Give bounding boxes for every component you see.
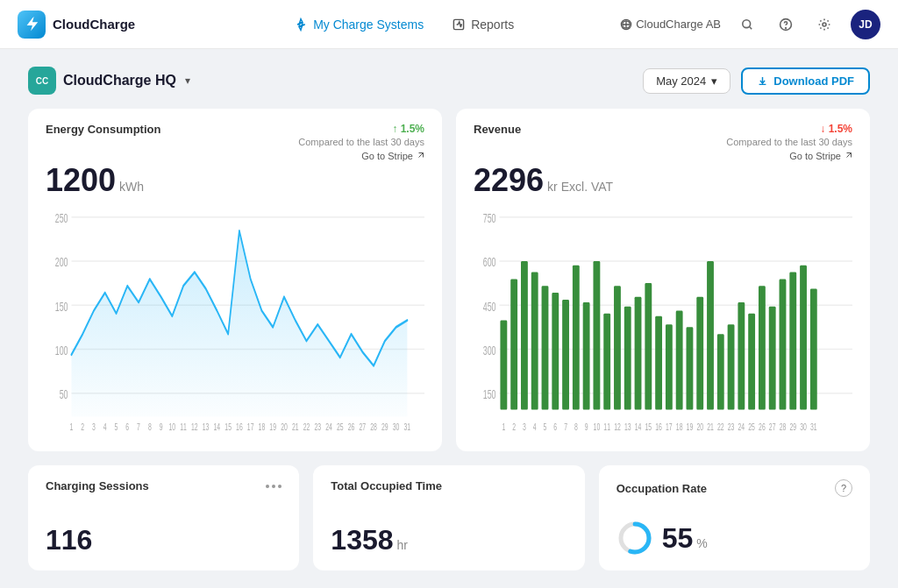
svg-rect-85: [780, 279, 787, 409]
svg-text:23: 23: [728, 422, 735, 433]
occupied-header: Total Occupied Time: [331, 479, 567, 492]
svg-text:3: 3: [523, 422, 526, 433]
svg-rect-60: [521, 261, 528, 410]
svg-rect-77: [696, 297, 703, 410]
svg-text:26: 26: [759, 422, 766, 433]
svg-rect-86: [789, 273, 796, 410]
svg-rect-65: [573, 266, 580, 410]
nav-org: CloudCharge AB: [620, 18, 721, 31]
svg-text:22: 22: [303, 422, 310, 433]
date-chevron-icon: ▾: [711, 74, 717, 88]
svg-text:7: 7: [137, 422, 140, 433]
svg-text:4: 4: [103, 422, 107, 433]
svg-text:13: 13: [203, 422, 210, 433]
svg-text:50: 50: [60, 387, 68, 401]
svg-rect-72: [645, 283, 652, 409]
dot1: [266, 485, 269, 488]
page-header: CC CloudCharge HQ ▾ May 2024 ▾ Download …: [28, 67, 870, 95]
org-name: CloudCharge HQ: [63, 73, 176, 89]
svg-text:16: 16: [655, 422, 662, 433]
svg-text:9: 9: [585, 422, 588, 433]
occupation-value: 55: [662, 522, 694, 555]
logo-text: CloudCharge: [53, 17, 135, 32]
download-label: Download PDF: [773, 74, 854, 88]
sessions-menu-button[interactable]: [266, 485, 282, 488]
download-pdf-button[interactable]: Download PDF: [741, 67, 870, 95]
nav-reports-label: Reports: [471, 18, 514, 32]
svg-text:21: 21: [707, 422, 714, 433]
svg-rect-66: [583, 302, 590, 410]
svg-rect-81: [738, 302, 745, 410]
energy-card-top: Energy Consumption ↑ 1.5% Compared to th…: [46, 123, 424, 161]
user-avatar[interactable]: JD: [851, 10, 880, 39]
energy-stripe-link[interactable]: Go to Stripe: [361, 151, 424, 161]
svg-text:20: 20: [696, 422, 703, 433]
svg-text:19: 19: [687, 422, 694, 433]
dot2: [272, 485, 275, 488]
svg-text:6: 6: [553, 422, 557, 433]
svg-text:17: 17: [666, 422, 673, 433]
occupied-value-row: 1358 hr: [331, 524, 567, 556]
dot3: [278, 485, 282, 488]
occupation-help-button[interactable]: ?: [835, 479, 852, 497]
nav-my-charge-systems[interactable]: My Charge Systems: [294, 18, 424, 32]
logo[interactable]: CloudCharge: [18, 11, 135, 39]
svg-rect-88: [810, 288, 817, 409]
svg-rect-74: [666, 324, 673, 409]
svg-point-3: [743, 19, 751, 27]
energy-value: 1200: [46, 165, 116, 196]
settings-button[interactable]: [812, 12, 837, 37]
occupation-donut-chart: [616, 520, 653, 556]
revenue-unit: kr: [547, 180, 558, 194]
svg-rect-63: [552, 293, 559, 410]
svg-text:15: 15: [645, 422, 652, 433]
help-button[interactable]: [773, 12, 798, 37]
svg-text:5: 5: [115, 422, 118, 433]
revenue-change: ↓ 1.5%: [820, 123, 852, 135]
energy-value-row: 1200 kWh: [46, 165, 424, 196]
occupation-value-row: 55 %: [616, 520, 852, 556]
energy-compare: Compared to the last 30 days: [298, 137, 424, 147]
energy-chart: 250 200 150 100 50 1: [46, 203, 424, 437]
energy-change: ↑ 1.5%: [392, 123, 424, 135]
revenue-chart: 750 600 450 300 150 // This is inlined d…: [474, 203, 852, 437]
svg-text:1: 1: [70, 422, 74, 433]
date-label: May 2024: [656, 74, 706, 88]
svg-rect-70: [624, 307, 631, 410]
revenue-stripe-link[interactable]: Go to Stripe: [789, 151, 852, 161]
svg-text:26: 26: [348, 422, 355, 433]
nav-reports[interactable]: Reports: [452, 18, 514, 32]
svg-rect-62: [542, 286, 549, 409]
svg-text:20: 20: [281, 422, 288, 433]
occupation-card: Occupation Rate ? 55 %: [599, 465, 870, 570]
svg-text:30: 30: [800, 422, 807, 433]
svg-rect-82: [748, 314, 755, 410]
svg-text:300: 300: [483, 344, 496, 358]
svg-text:27: 27: [769, 422, 776, 433]
svg-rect-80: [728, 324, 735, 409]
occupation-title: Occupation Rate: [616, 482, 707, 495]
logo-icon: [18, 11, 46, 39]
svg-point-0: [299, 23, 303, 26]
svg-text:250: 250: [55, 211, 68, 225]
svg-rect-75: [676, 311, 683, 410]
svg-rect-59: [510, 279, 517, 409]
svg-rect-84: [769, 307, 776, 410]
revenue-card: Revenue ↓ 1.5% Compared to the last 30 d…: [456, 109, 870, 451]
svg-rect-68: [603, 314, 610, 410]
svg-text:31: 31: [810, 422, 817, 433]
svg-text:13: 13: [624, 422, 631, 433]
svg-text:14: 14: [635, 422, 642, 433]
svg-text:12: 12: [614, 422, 621, 433]
svg-text:16: 16: [236, 422, 243, 433]
date-picker[interactable]: May 2024 ▾: [643, 68, 731, 94]
org-selector[interactable]: CC CloudCharge HQ ▾: [28, 67, 190, 95]
svg-rect-67: [593, 261, 600, 410]
search-button[interactable]: [735, 12, 759, 37]
occupation-unit: %: [696, 536, 707, 550]
revenue-title: Revenue: [474, 123, 521, 136]
svg-text:5: 5: [544, 422, 547, 433]
sessions-header: Charging Sessions: [46, 479, 282, 492]
svg-text:450: 450: [483, 299, 496, 313]
nav-right: CloudCharge AB JD: [620, 10, 880, 39]
